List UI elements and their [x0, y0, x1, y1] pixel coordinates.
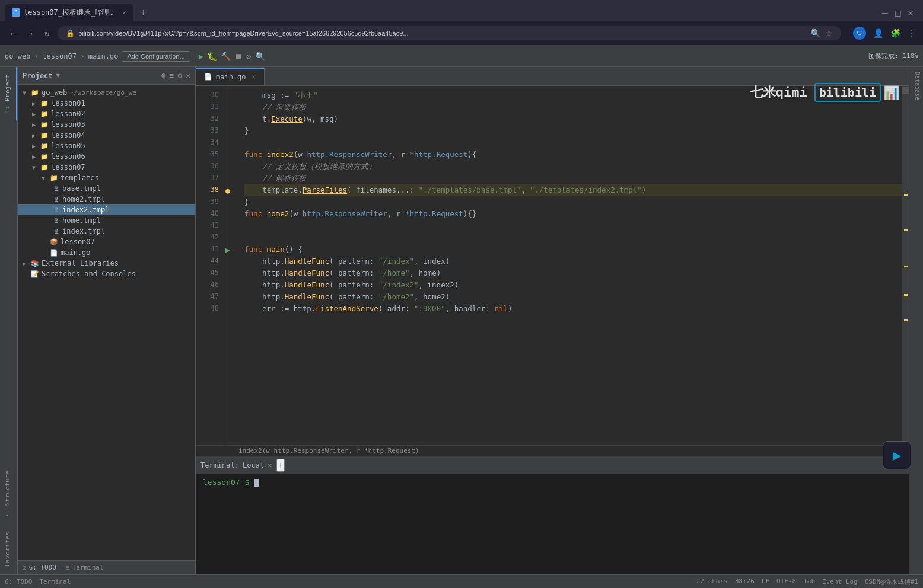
tree-item-external-libs[interactable]: ▶ 📚 External Libraries: [18, 258, 195, 269]
tree-item-home-tmpl[interactable]: 🗎 home.tmpl: [18, 215, 195, 226]
tree-item-lesson05[interactable]: ▶ 📁 lesson05: [18, 140, 195, 151]
search-everywhere-button[interactable]: 🔍: [255, 52, 265, 61]
add-configuration-button[interactable]: Add Configuration...: [122, 51, 190, 62]
status-encoding: UTF-8: [776, 577, 796, 586]
todo-tab[interactable]: ☑ 6: TODO: [23, 564, 56, 571]
minimize-icon[interactable]: –: [882, 7, 888, 18]
tree-item-lesson01[interactable]: ▶ 📁 lesson01: [18, 98, 195, 108]
tree-item-lesson06[interactable]: ▶ 📁 lesson06: [18, 151, 195, 162]
status-terminal[interactable]: Terminal: [39, 578, 71, 586]
tree-arrow-templates: ▼: [42, 175, 49, 181]
sidebar-tab-project[interactable]: 1: Project: [0, 67, 17, 120]
status-bar: 6: TODO Terminal 22 chars 38:26 LF UTF-8…: [0, 574, 923, 588]
gutter-35: [225, 149, 237, 161]
bilibili-play-button[interactable]: ▶: [883, 441, 911, 469]
hint-text: index2(w http.ResponseWriter, r *http.Re…: [238, 447, 419, 455]
tree-item-home2-tmpl[interactable]: 🗎 home2.tmpl: [18, 194, 195, 204]
tree-item-index2-tmpl[interactable]: 🗎 index2.tmpl: [18, 204, 195, 215]
folder-icon-root: 📁: [31, 89, 39, 97]
code-line-35: func index2(w http.ResponseWriter, r *ht…: [244, 149, 902, 161]
url-input[interactable]: 🔒 bilibili.com/video/BV1gJ411p7xC/?p=7&s…: [58, 26, 841, 40]
tab-favicon: B: [12, 8, 20, 17]
tree-label-lesson02: lesson02: [51, 110, 85, 118]
gutter-39: [225, 196, 237, 208]
file-icon-base-tmpl: 🗎: [53, 185, 60, 193]
gutter-41: [225, 220, 237, 232]
stop-button[interactable]: ⏹: [234, 52, 243, 61]
line-num-48: 48: [196, 303, 225, 315]
terminal-close-button[interactable]: ✕: [268, 461, 272, 469]
locate-file-icon[interactable]: ⊕: [161, 71, 166, 80]
editor-tab-close-button[interactable]: ✕: [252, 73, 256, 81]
tree-item-lesson07-sub[interactable]: ▶ 📦 lesson07: [18, 237, 195, 247]
refresh-button[interactable]: ↻: [41, 27, 53, 39]
code-line-30: msg := "小王": [244, 90, 902, 101]
new-tab-button[interactable]: +: [136, 7, 151, 18]
status-todo[interactable]: 6: TODO: [5, 578, 32, 586]
forward-button[interactable]: →: [24, 27, 36, 39]
tree-item-main-go[interactable]: ▶ 📄 main.go: [18, 247, 195, 258]
folder-icon-lesson05: 📁: [40, 142, 49, 150]
browser-tab[interactable]: B lesson07_模板继承_哔哩哔哩_b ×: [5, 4, 133, 21]
right-tab-database[interactable]: Database: [909, 67, 923, 105]
sidebar-tab-structure[interactable]: 7: Structure: [0, 464, 17, 525]
code-line-44: http.HandleFunc( pattern: "/index", inde…: [244, 255, 902, 267]
tree-item-base-tmpl[interactable]: 🗎 base.tmpl: [18, 183, 195, 194]
scroll-mark-1: [904, 194, 908, 196]
folder-icon-lesson07: 📁: [40, 164, 49, 171]
browser-chrome: B lesson07_模板继承_哔哩哔哩_b × + – □ ✕ ← → ↻ 🔒…: [0, 0, 923, 46]
line-num-41: 41: [196, 220, 225, 232]
tree-arrow-lesson05: ▶: [32, 143, 39, 149]
project-bottom-tabs: ☑ 6: TODO ⊞ Terminal: [18, 560, 195, 574]
line-num-43: 43: [196, 244, 225, 255]
editor-tab-main-go[interactable]: 📄 main.go ✕: [196, 68, 265, 85]
collapse-all-icon[interactable]: ≡: [170, 71, 174, 80]
url-text: bilibili.com/video/BV1gJ411p7xC/?p=7&spm…: [78, 30, 408, 37]
breadcrumb-lesson07: lesson07: [42, 52, 77, 60]
tree-arrow-lesson01: ▶: [32, 100, 39, 107]
code-content[interactable]: msg := "小王" // 渲染模板 t.Execute(w, msg) } …: [237, 86, 902, 445]
tree-item-templates[interactable]: ▼ 📁 templates: [18, 172, 195, 183]
search-icon[interactable]: 🔍: [810, 28, 820, 38]
extensions-icon[interactable]: 🛡: [853, 27, 866, 40]
scroll-mark-4: [904, 294, 908, 296]
sidebar-tab-favorites[interactable]: Favorites: [0, 525, 17, 574]
code-line-37: // 解析模板: [244, 172, 902, 184]
close-window-icon[interactable]: ✕: [908, 7, 914, 18]
folder-icon-lesson01: 📁: [40, 100, 49, 107]
file-icon-home-tmpl: 🗎: [53, 217, 60, 225]
terminal-bottom-tab[interactable]: ⊞ Terminal: [66, 564, 104, 571]
project-header-icons: ⊕ ≡ ⚙ ✕: [161, 71, 190, 80]
maximize-icon[interactable]: □: [895, 7, 901, 18]
build-button[interactable]: 🔨: [221, 52, 231, 61]
extensions-puzzle-icon[interactable]: 🧩: [890, 28, 900, 38]
back-button[interactable]: ←: [7, 27, 19, 39]
tab-bar: B lesson07_模板继承_哔哩哔哩_b × + – □ ✕: [0, 0, 923, 21]
bookmark-icon[interactable]: ☆: [825, 28, 833, 38]
status-position: 38:26: [735, 577, 755, 586]
tree-item-scratches[interactable]: ▶ 📝 Scratches and Consoles: [18, 269, 195, 279]
tree-root[interactable]: ▼ 📁 go_web ~/workspace/go_we: [18, 87, 195, 98]
tree-label-base-tmpl: base.tmpl: [62, 184, 101, 193]
tree-item-lesson03[interactable]: ▶ 📁 lesson03: [18, 119, 195, 130]
tree-item-lesson07[interactable]: ▼ 📁 lesson07: [18, 162, 195, 172]
tab-close-button[interactable]: ×: [122, 9, 126, 17]
menu-icon[interactable]: ⋮: [908, 28, 916, 38]
terminal-add-button[interactable]: +: [276, 459, 284, 472]
debug-button[interactable]: 🐛: [207, 52, 217, 61]
line-num-38: 38: [196, 184, 225, 196]
tree-item-lesson02[interactable]: ▶ 📁 lesson02: [18, 108, 195, 119]
terminal-tab[interactable]: Terminal: Local ✕: [200, 461, 272, 469]
profile-icon[interactable]: 👤: [873, 28, 883, 38]
line-num-32: 32: [196, 113, 225, 125]
tree-item-lesson04[interactable]: ▶ 📁 lesson04: [18, 130, 195, 140]
close-panel-icon[interactable]: ✕: [186, 71, 190, 80]
project-settings-icon[interactable]: ⚙: [177, 71, 182, 80]
terminal-body[interactable]: lesson07 $: [196, 474, 909, 574]
tree-label-index-tmpl: index.tmpl: [62, 227, 105, 235]
status-event-log[interactable]: Event Log: [822, 577, 858, 586]
settings-button[interactable]: ⚙: [246, 52, 251, 61]
tree-item-index-tmpl[interactable]: 🗎 index.tmpl: [18, 226, 195, 237]
run-button[interactable]: ▶: [199, 52, 203, 61]
scroll-indicator-bar[interactable]: [902, 86, 909, 445]
